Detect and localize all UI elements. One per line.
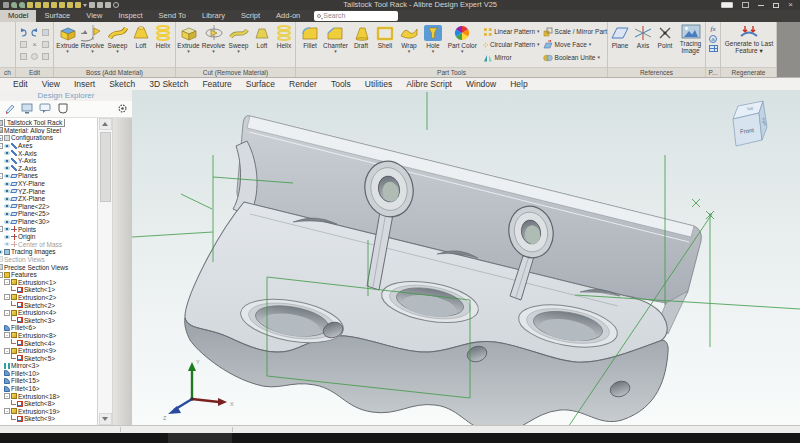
tree-item-sketch-3[interactable]: Sketch<3>	[0, 316, 97, 324]
tree-item-plane-30[interactable]: Plane<30>	[0, 218, 97, 226]
tree-item-sketch-8[interactable]: Sketch<8>	[0, 400, 97, 408]
collapse-icon[interactable]: -	[0, 173, 3, 179]
clipboard-icon[interactable]	[18, 50, 29, 62]
tree-item-fillet-15[interactable]: Fillet<15>	[0, 377, 97, 385]
scale-mirror-part-button[interactable]: Scale / Mirror Part	[540, 25, 607, 38]
visibility-eye-icon[interactable]	[4, 235, 10, 239]
tree-item-sketch-4[interactable]: Sketch<4>	[0, 339, 97, 347]
visibility-eye-icon[interactable]	[4, 144, 10, 148]
redo-icon[interactable]	[29, 26, 40, 38]
collapse-icon[interactable]: -	[4, 332, 10, 338]
visibility-eye-icon[interactable]	[4, 166, 10, 170]
tab-model[interactable]: Model	[0, 10, 36, 22]
tree-item-extrusion-19[interactable]: -Extrusion<19>	[0, 408, 97, 416]
model-canvas[interactable]: Front Top Right Y X Z	[132, 90, 800, 425]
save-icon[interactable]	[75, 2, 81, 8]
tree-item-center-of-mass[interactable]: Center of Mass	[0, 241, 97, 249]
tree-item-points[interactable]: -Points	[0, 225, 97, 233]
delete-icon[interactable]: ×	[29, 38, 40, 50]
point-button[interactable]: Point▾	[654, 22, 676, 68]
menu-utilities[interactable]: Utilities	[358, 78, 399, 90]
expand-icon[interactable]: +	[0, 135, 3, 141]
visibility-eye-icon[interactable]	[4, 151, 10, 155]
tree-item-extrusion-8[interactable]: -Extrusion<8>	[0, 332, 97, 340]
tree-item-mirror-3[interactable]: Mirror<3>	[0, 362, 97, 370]
dropdown-icon[interactable]	[83, 4, 87, 7]
tree-item-extrusion-18[interactable]: -Extrusion<18>	[0, 392, 97, 400]
tab-library[interactable]: Library	[194, 10, 233, 22]
maximize-button[interactable]	[773, 3, 779, 8]
collapse-icon[interactable]: -	[4, 310, 10, 316]
wrap-button[interactable]: Wrap▾	[397, 22, 421, 68]
note-icon[interactable]	[97, 2, 103, 8]
collapse-icon[interactable]: -	[0, 272, 3, 278]
menu-alibre-script[interactable]: Alibre Script	[399, 78, 459, 90]
collapse-icon[interactable]: -	[4, 408, 10, 414]
pen-icon[interactable]	[4, 100, 15, 118]
tree-item-tracing-images[interactable]: Tracing Images	[0, 248, 97, 256]
tree-item-fillet-6[interactable]: Fillet<6>	[0, 324, 97, 332]
tree-item-plane-22[interactable]: Plane<22>	[0, 203, 97, 211]
move-face-button[interactable]: Move Face▾	[540, 38, 607, 51]
visibility-eye-icon[interactable]	[0, 250, 3, 254]
tab-inspect[interactable]: Inspect	[110, 10, 150, 22]
visibility-eye-icon[interactable]	[4, 220, 10, 224]
menu-view[interactable]: View	[35, 78, 67, 90]
search-input[interactable]: Search	[314, 11, 398, 21]
undo-icon[interactable]	[18, 26, 29, 38]
mirror-button[interactable]: Mirror	[480, 51, 540, 64]
tree-item-z-axis[interactable]: Z-Axis	[0, 165, 97, 173]
tree-item-sketch-1[interactable]: Sketch<1>	[0, 286, 97, 294]
tree-item-precise-section-views[interactable]: Precise Section Views	[0, 263, 97, 271]
shell-button[interactable]: Shell▾	[373, 22, 397, 68]
new-drawing-icon[interactable]	[51, 2, 57, 8]
visibility-eye-icon[interactable]	[4, 182, 10, 186]
open-icon[interactable]	[67, 2, 73, 8]
tab-view[interactable]: View	[78, 10, 110, 22]
menu-edit[interactable]: Edit	[6, 78, 35, 90]
hole-button[interactable]: Hole▾	[421, 22, 445, 68]
tree-item-fillet-16[interactable]: Fillet<16>	[0, 385, 97, 393]
tree-item-extrusion-2[interactable]: -Extrusion<2>	[0, 294, 97, 302]
circular-pattern-button[interactable]: Circular Pattern▾	[480, 38, 540, 51]
boolean-unite-button[interactable]: Boolean Unite▾	[540, 51, 607, 64]
view-cube[interactable]: Front Top Right	[733, 101, 767, 146]
menu-tools[interactable]: Tools	[324, 78, 358, 90]
tree-item-sketch-2[interactable]: Sketch<2>	[0, 301, 97, 309]
tree-item-origin[interactable]: Origin	[0, 233, 97, 241]
tab-script[interactable]: Script	[233, 10, 268, 22]
scroll-thumb[interactable]	[100, 132, 111, 202]
new-assembly-icon[interactable]	[35, 2, 41, 8]
chamfer-button[interactable]: Chamfer▾	[322, 22, 349, 68]
gear-icon[interactable]	[117, 100, 128, 118]
new-part-icon[interactable]	[27, 2, 33, 8]
tree-item-zx-plane[interactable]: ZX-Plane	[0, 195, 97, 203]
collapse-icon[interactable]: -	[4, 294, 10, 300]
menu-help[interactable]: Help	[503, 78, 534, 90]
taskbar-item[interactable]	[168, 433, 232, 443]
part-color-button[interactable]: Part Color▾	[445, 22, 480, 68]
visibility-eye-icon[interactable]	[4, 197, 10, 201]
scroll-down-button[interactable]	[99, 413, 112, 425]
menu-feature[interactable]: Feature	[195, 78, 238, 90]
generate-to-last-feature-button[interactable]: Generate to Last Feature ▾	[721, 22, 777, 54]
copy-icon[interactable]	[18, 38, 29, 50]
tree-item-xy-plane[interactable]: XY-Plane	[0, 180, 97, 188]
filter-icon[interactable]	[57, 100, 69, 118]
cut-helix-button[interactable]: Helix▾	[273, 22, 295, 68]
tree-item-extrusion-4[interactable]: -Extrusion<4>	[0, 309, 97, 317]
comment-icon[interactable]	[39, 100, 51, 118]
pen-icon[interactable]	[89, 2, 95, 8]
collapse-icon[interactable]: -	[4, 393, 10, 399]
paste-icon[interactable]	[40, 38, 51, 50]
visibility-eye-icon[interactable]	[4, 242, 10, 246]
layout-icon[interactable]	[742, 2, 749, 8]
tree-item-fillet-10[interactable]: Fillet<10>	[0, 370, 97, 378]
tree-item-extrusion-9[interactable]: -Extrusion<9>	[0, 347, 97, 355]
scroll-up-button[interactable]	[99, 118, 112, 130]
tree-item-plane-25[interactable]: Plane<25>	[0, 210, 97, 218]
menu-sketch[interactable]: Sketch	[102, 78, 142, 90]
cut-extrude-button[interactable]: Extrude▾	[176, 22, 201, 68]
tree-item-sketch-9[interactable]: Sketch<9>	[0, 415, 97, 423]
menu-3d-sketch[interactable]: 3D Sketch	[142, 78, 195, 90]
